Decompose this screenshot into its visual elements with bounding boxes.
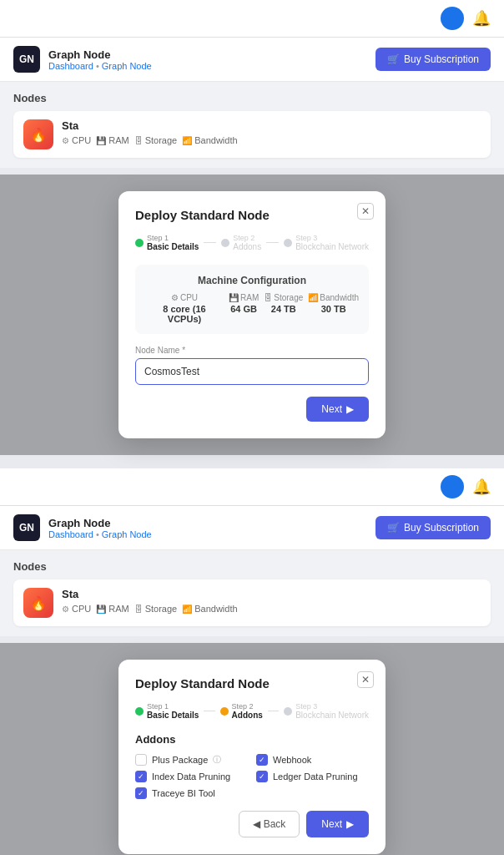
back-btn-2[interactable]: ◀ Back xyxy=(239,811,300,837)
nodes-section-2: Nodes 🔥 Sta ⚙CPU 💾RAM 🗄Storage 📶Bandwidt… xyxy=(0,550,504,636)
machine-config-1: Machine Configuration ⚙CPU 8 core (16 VC… xyxy=(135,265,369,334)
node-card-1: 🔥 Sta ⚙CPU 💾RAM 🗄Storage 📶Bandwidth xyxy=(13,111,491,158)
modal-2: ✕ Deploy Standard Node Step 1 Basic Deta… xyxy=(118,660,386,854)
node-icon-2: 🔥 xyxy=(23,588,53,618)
storage-icon: 🗄 xyxy=(264,293,272,302)
addon-plus-package: Plus Package ⓘ xyxy=(135,754,248,766)
app-logo-2: GN xyxy=(13,514,40,541)
topbar-icons-2: 🔔 xyxy=(441,475,491,498)
step-dot-1 xyxy=(135,239,144,247)
buy-subscription-btn-2[interactable]: 🛒 Buy Subscription xyxy=(375,516,491,539)
nodes-label-2: Nodes xyxy=(13,560,491,573)
app-logo-1: GN xyxy=(13,46,40,73)
addon-checkbox-3[interactable]: ✓ xyxy=(135,771,147,782)
modal-overlay-2: ✕ Deploy Standard Node Step 1 Basic Deta… xyxy=(0,643,504,855)
node-name-field-group: Node Name * xyxy=(135,346,369,385)
spec-storage: 🗄Storage xyxy=(134,135,178,145)
next-btn-1[interactable]: Next ▶ xyxy=(306,397,369,422)
config-bandwidth: 📶Bandwidth 30 TB xyxy=(308,293,359,324)
addon-checkbox-1[interactable] xyxy=(135,754,147,766)
step-2-1: Step 1 Basic Details xyxy=(135,702,199,720)
breadcrumb-2: Dashboard • Graph Node xyxy=(48,529,152,539)
spec-cpu: ⚙CPU xyxy=(62,135,91,145)
spec-ram: 💾RAM xyxy=(96,135,129,145)
config-cpu: ⚙CPU 8 core (16 VCPUs) xyxy=(145,293,224,324)
addon-traceye-bi-tool: ✓ Traceye BI Tool xyxy=(135,787,248,799)
node-name-input[interactable] xyxy=(135,358,369,385)
node-icon-1: 🔥 xyxy=(23,119,53,149)
step-2-3: Step 3 Blockchain Network xyxy=(284,702,369,720)
cart-icon: 🛒 xyxy=(387,53,400,65)
addon-index-data-pruning: ✓ Index Data Pruning xyxy=(135,771,248,782)
step-1-3: Step 3 Blockchain Network xyxy=(284,234,369,251)
spec-cpu-2: ⚙CPU xyxy=(62,604,91,614)
step-divider-1 xyxy=(204,242,216,243)
step-1-1: Step 1 Basic Details xyxy=(135,234,199,251)
addon-checkbox-2[interactable]: ✓ xyxy=(256,754,268,766)
cart-icon-2: 🛒 xyxy=(387,522,400,534)
step-dot-2 xyxy=(221,239,229,247)
topbar-1: 🔔 xyxy=(0,0,504,38)
app-header-1: GN Graph Node Dashboard • Graph Node 🛒 B… xyxy=(0,38,504,82)
arrow-icon: ▶ xyxy=(346,403,354,415)
modal-1: ✕ Deploy Standard Node Step 1 Basic Deta… xyxy=(118,191,386,438)
topbar-icons: 🔔 xyxy=(441,7,491,30)
back-arrow-icon: ◀ xyxy=(253,818,260,830)
modal-title-2: Deploy Standard Node xyxy=(135,676,369,691)
section-1: 🔔 GN Graph Node Dashboard • Graph Node 🛒… xyxy=(0,0,504,455)
node-name-1: Sta xyxy=(62,119,481,132)
addon-checkbox-4[interactable]: ✓ xyxy=(256,771,268,782)
addon-ledger-data-pruning: ✓ Ledger Data Pruning xyxy=(256,771,369,782)
app-header-2: GN Graph Node Dashboard • Graph Node 🛒 B… xyxy=(0,506,504,550)
bandwidth-icon: 📶 xyxy=(308,293,318,302)
node-name-2: Sta xyxy=(62,588,481,600)
section-2: 🔔 GN Graph Node Dashboard • Graph Node 🛒… xyxy=(0,468,504,855)
breadcrumb-1: Dashboard • Graph Node xyxy=(48,61,152,71)
step-2-2: Step 2 Addons xyxy=(220,702,263,720)
modal-close-2[interactable]: ✕ xyxy=(357,671,374,688)
config-storage: 🗄Storage 24 TB xyxy=(264,293,303,324)
spec-ram-2: 💾RAM xyxy=(96,604,129,614)
app-title-2: Graph Node xyxy=(48,517,152,529)
info-icon-1: ⓘ xyxy=(213,754,221,766)
nodes-label-1: Nodes xyxy=(13,92,491,104)
addon-webhook: ✓ Webhook xyxy=(256,754,369,766)
buy-subscription-btn-1[interactable]: 🛒 Buy Subscription xyxy=(375,48,491,71)
notification-bell-2: 🔔 xyxy=(472,478,491,496)
ram-icon: 💾 xyxy=(229,293,239,302)
addons-title: Addons xyxy=(135,733,369,746)
stepper-2: Step 1 Basic Details Step 2 Addons xyxy=(135,702,369,720)
step-divider-2 xyxy=(266,242,279,243)
user-avatar xyxy=(441,7,464,30)
spec-bandwidth: 📶Bandwidth xyxy=(182,135,237,145)
addons-grid: Plus Package ⓘ ✓ Webhook ✓ Index Data Pr… xyxy=(135,754,369,799)
notification-bell: 🔔 xyxy=(472,9,491,28)
addon-checkbox-5[interactable]: ✓ xyxy=(135,787,147,799)
spec-bandwidth-2: 📶Bandwidth xyxy=(182,604,237,614)
cpu-icon: ⚙ xyxy=(171,293,179,302)
step-1-2: Step 2 Addons xyxy=(221,234,261,251)
stepper-1: Step 1 Basic Details Step 2 Addons xyxy=(135,234,369,251)
step-dot-3 xyxy=(284,239,292,247)
config-ram: 💾RAM 64 GB xyxy=(229,293,259,324)
spec-storage-2: 🗄Storage xyxy=(134,604,178,614)
node-name-label: Node Name * xyxy=(135,346,369,355)
user-avatar-2 xyxy=(441,475,464,498)
modal-close-1[interactable]: ✕ xyxy=(357,203,374,220)
btn-row-2: ◀ Back Next ▶ xyxy=(135,811,369,837)
next-arrow-icon: ▶ xyxy=(346,818,354,830)
machine-config-title: Machine Configuration xyxy=(145,275,359,286)
modal-title-1: Deploy Standard Node xyxy=(135,208,369,222)
topbar-2: 🔔 xyxy=(0,468,504,506)
app-title-1: Graph Node xyxy=(48,48,152,61)
modal-overlay-1: ✕ Deploy Standard Node Step 1 Basic Deta… xyxy=(0,175,504,455)
node-card-2: 🔥 Sta ⚙CPU 💾RAM 🗄Storage 📶Bandwidth xyxy=(13,579,491,626)
nodes-section-1: Nodes 🔥 Sta ⚙CPU 💾RAM 🗄Storage 📶Bandwidt… xyxy=(0,82,504,168)
next-btn-2[interactable]: Next ▶ xyxy=(306,811,369,837)
